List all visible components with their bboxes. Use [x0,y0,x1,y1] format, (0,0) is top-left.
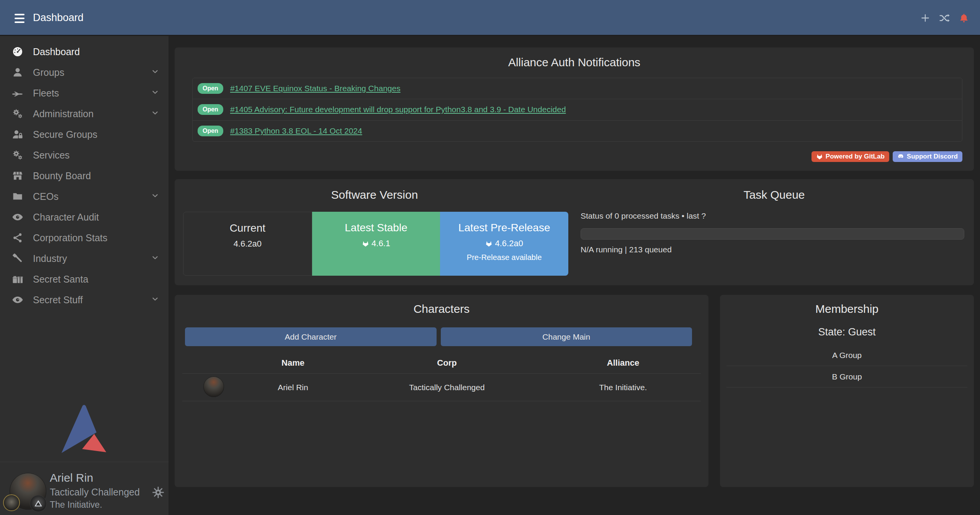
sidebar-item-fleets[interactable]: Fleets [0,83,169,103]
sidebar-item-administration[interactable]: Administration [0,103,169,124]
version-cell-latest-prerelease: Latest Pre-Release 4.6.2a0 Pre-Release a… [440,212,568,276]
sidebar-item-label: Character Audit [33,212,99,223]
eye-icon [11,294,25,306]
eye-icon [11,211,25,223]
membership-title: Membership [720,302,974,316]
character-alliance: The Initiative. [599,383,647,392]
user-name: Ariel Rin [50,471,93,484]
sidebar-item-label: Groups [33,67,64,78]
column-header-corp: Corp [437,358,456,368]
notification-link[interactable]: #1405 Advisory: Future development will … [230,105,566,114]
sidebar-item-corporation-stats[interactable]: Corporation Stats [0,227,169,248]
task-queue-title: Task Queue [574,188,974,201]
notifications-list: Open #1407 EVE Equinox Status - Breaking… [192,78,962,142]
notification-item: Open #1405 Advisory: Future development … [193,99,962,120]
software-version-title: Software Version [175,188,574,201]
powered-by-gitlab-badge[interactable]: Powered by GitLab [811,151,889,162]
characters-buttons: Add Character Change Main [185,327,692,346]
user-corp: Tactically Challenged [50,487,140,498]
folder-icon [11,191,25,202]
navbar-actions [920,12,969,24]
version-table: Current 4.6.2a0 Latest Stable 4.6.1 Late… [183,212,568,276]
sidebar-item-services[interactable]: Services [0,145,169,165]
column-header-alliance: Alliance [607,358,639,368]
gears-icon [11,108,25,119]
sidebar-item-label: Fleets [33,88,59,99]
gitlab-icon [816,153,823,160]
alliance-logo-badge [30,495,47,512]
task-queue-progress-bar [581,228,964,240]
notifications-panel: Alliance Auth Notifications Open #1407 E… [175,47,974,171]
version-taskqueue-panel: Software Version Current 4.6.2a0 Latest … [175,179,974,285]
bell-icon[interactable] [959,13,969,23]
software-version-section: Software Version Current 4.6.2a0 Latest … [175,179,574,285]
sidebar-item-label: CEOs [33,191,59,202]
column-header-name: Name [281,358,304,368]
sidebar-item-label: Corporation Stats [33,232,108,244]
character-portrait [203,376,224,397]
table-header-divider [182,373,701,374]
sidebar-item-industry[interactable]: Industry [0,248,169,269]
chevron-down-icon [151,67,159,78]
sidebar-item-label: Administration [33,108,93,119]
support-discord-badge[interactable]: Support Discord [893,151,962,162]
sidebar-item-character-audit[interactable]: Character Audit [0,207,169,227]
sidebar-item-label: Bounty Board [33,170,91,181]
status-badge: Open [198,104,223,115]
sidebar-item-dashboard[interactable]: Dashboard [0,41,169,62]
version-cell-current: Current 4.6.2a0 [183,212,312,276]
alliance-auth-logo [59,404,107,454]
share-icon [11,232,25,244]
hamburger-menu-icon[interactable] [15,14,25,23]
add-character-button[interactable]: Add Character [185,327,437,346]
page-title: Dashboard [33,12,83,24]
footer-badges: Powered by GitLab Support Discord [811,151,962,162]
membership-state: State: Guest [720,326,974,338]
sidebar-item-bounty-board[interactable]: Bounty Board [0,165,169,186]
sidebar-item-secret-santa[interactable]: Secret Santa [0,269,169,289]
task-queue-status: Status of 0 processed tasks • last ? [581,211,706,221]
version-cell-latest-stable: Latest Stable 4.6.1 [312,212,440,276]
group-list-item: B Group [726,366,967,387]
sidebar-item-label: Secret Santa [33,274,88,285]
sidebar-item-ceos[interactable]: CEOs [0,186,169,207]
group-list-item: A Group [726,345,967,366]
notifications-title: Alliance Auth Notifications [175,56,974,69]
change-main-button[interactable]: Change Main [441,327,692,346]
main-content: Alliance Auth Notifications Open #1407 E… [169,36,980,515]
sidebar-item-label: Industry [33,253,67,264]
notification-link[interactable]: #1407 EVE Equinox Status - Breaking Chan… [230,84,401,93]
plus-icon[interactable] [920,13,930,23]
characters-panel: Characters Add Character Change Main Nam… [175,295,708,487]
gitlab-icon [362,240,369,247]
chevron-down-icon [151,294,159,306]
characters-title: Characters [175,302,708,316]
gear-icon[interactable] [152,486,165,499]
gears-icon [11,149,25,161]
gifts-icon [11,273,25,285]
gitlab-icon [485,240,492,247]
shuffle-icon[interactable] [939,12,950,24]
status-badge: Open [198,83,223,94]
app-root: Dashboard Dashboard Groups Fleets [0,0,980,515]
notification-link[interactable]: #1383 Python 3.8 EOL - 14 Oct 2024 [230,126,362,136]
sidebar-item-label: Secure Groups [33,129,97,140]
sidebar-item-secure-groups[interactable]: Secure Groups [0,124,169,145]
sidebar-item-groups[interactable]: Groups [0,62,169,83]
chevron-down-icon [151,191,159,202]
user-icon [11,67,25,78]
user-alliance: The Initiative. [50,500,102,510]
status-badge: Open [198,126,223,136]
user-lock-icon [11,129,25,140]
membership-panel: Membership State: Guest A Group B Group [720,295,974,487]
notification-item: Open #1383 Python 3.8 EOL - 14 Oct 2024 [193,120,962,141]
table-row-divider [182,401,701,401]
sidebar-item-label: Dashboard [33,46,80,57]
sidebar-item-secret-stuff[interactable]: Secret Stuff [0,289,169,310]
task-queue-section: Task Queue Status of 0 processed tasks •… [574,179,974,285]
corp-logo-badge [3,494,20,511]
chevron-down-icon [151,253,159,264]
store-icon [11,170,25,181]
chevron-down-icon [151,88,159,99]
task-queue-counts: N/A running | 213 queued [581,245,672,254]
